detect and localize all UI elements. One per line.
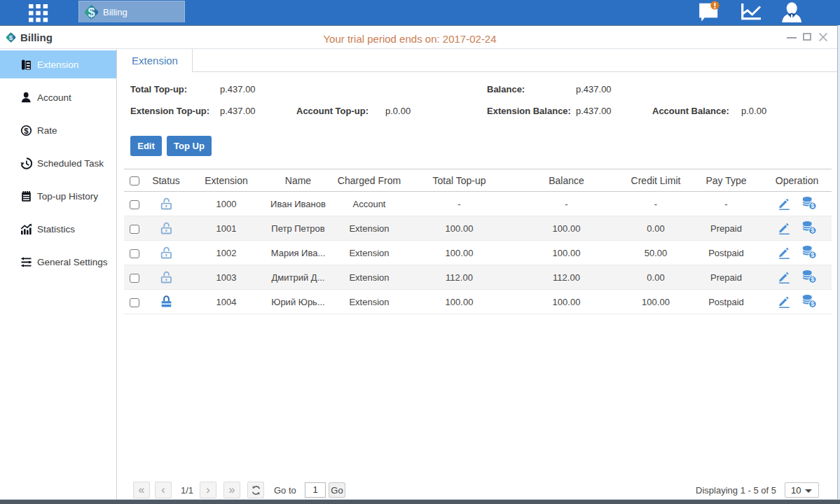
svg-text:$: $ xyxy=(811,251,814,258)
svg-text:$: $ xyxy=(811,202,814,209)
svg-text:$: $ xyxy=(811,227,814,234)
svg-text:$: $ xyxy=(88,5,95,19)
svg-text:$: $ xyxy=(9,34,13,41)
svg-text:$: $ xyxy=(811,276,814,283)
svg-text:$: $ xyxy=(24,126,29,134)
svg-text:$: $ xyxy=(811,300,814,307)
